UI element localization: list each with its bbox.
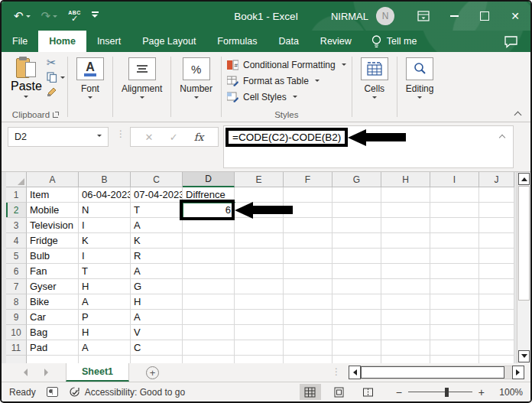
tab-home[interactable]: Home — [38, 31, 86, 52]
cell-styles-button[interactable]: Cell Styles — [227, 89, 346, 104]
font-menu-button[interactable]: A Font — [70, 55, 110, 101]
row-header-10[interactable]: 10 — [6, 325, 27, 340]
vertical-scroll-thumb[interactable] — [518, 186, 530, 301]
horizontal-scrollbar[interactable] — [349, 366, 524, 379]
normal-view-button[interactable] — [300, 384, 321, 400]
cell-H10[interactable] — [381, 325, 430, 340]
cancel-icon[interactable]: ✕ — [145, 132, 154, 143]
previous-sheet-icon[interactable] — [20, 369, 28, 376]
cell-D10[interactable] — [183, 325, 235, 340]
cell-B6[interactable]: T — [79, 264, 131, 279]
cell-H4[interactable] — [381, 233, 430, 249]
cell-D9[interactable] — [183, 310, 235, 325]
cell-E10[interactable] — [235, 325, 284, 340]
cell-J10[interactable] — [479, 325, 514, 340]
page-layout-view-button[interactable] — [329, 384, 350, 400]
row-header-1[interactable]: 1 — [6, 187, 27, 203]
row-header-9[interactable]: 9 — [6, 310, 27, 325]
alignment-menu-button[interactable]: Alignment — [115, 55, 168, 101]
cell-I2[interactable] — [430, 203, 479, 218]
cell-J9[interactable] — [479, 310, 514, 325]
row-header-3[interactable]: 3 — [6, 218, 27, 233]
cell-C2[interactable]: T — [131, 203, 183, 218]
scroll-down-icon[interactable] — [518, 350, 530, 362]
cell-A6[interactable]: Fan — [27, 264, 79, 279]
row-header-11[interactable]: 11 — [6, 340, 27, 356]
column-header-A[interactable]: A — [27, 172, 79, 187]
cell-G11[interactable] — [332, 340, 381, 356]
cells-dropdown-icon[interactable] — [372, 96, 377, 101]
cell-A7[interactable]: Gyser — [27, 279, 79, 294]
tab-insert[interactable]: Insert — [86, 31, 131, 52]
cell-G7[interactable] — [332, 279, 381, 294]
paste-dropdown-icon[interactable] — [24, 96, 28, 100]
cell-F3[interactable] — [284, 218, 332, 233]
cell-B2[interactable]: N — [79, 203, 131, 218]
cell-H2[interactable] — [381, 203, 430, 218]
cell-A1[interactable]: Item — [27, 187, 79, 203]
column-header-B[interactable]: B — [79, 172, 131, 187]
cell-Ix[interactable] — [430, 356, 479, 363]
column-header-J[interactable]: J — [479, 172, 514, 187]
cell-H6[interactable] — [381, 264, 430, 279]
cell-J7[interactable] — [479, 279, 514, 294]
macro-record-icon[interactable] — [47, 387, 58, 397]
cell-H5[interactable] — [381, 249, 430, 264]
cell-C8[interactable]: H — [131, 294, 183, 310]
cell-B4[interactable]: K — [79, 233, 131, 249]
tab-data[interactable]: Data — [268, 31, 309, 52]
sheet-tab-sheet1[interactable]: Sheet1 — [66, 363, 129, 382]
formula-bar-splitter[interactable]: ⋮ — [116, 128, 125, 139]
name-box[interactable]: D2 — [8, 127, 109, 147]
row-header-x[interactable] — [6, 356, 27, 363]
cell-A11[interactable]: Pad — [27, 340, 79, 356]
cell-I6[interactable] — [430, 264, 479, 279]
cell-Hx[interactable] — [381, 356, 430, 363]
tab-review[interactable]: Review — [310, 31, 362, 52]
vertical-scrollbar[interactable] — [517, 172, 530, 363]
cell-G3[interactable] — [332, 218, 381, 233]
cell-I4[interactable] — [430, 233, 479, 249]
cell-G9[interactable] — [332, 310, 381, 325]
cell-G10[interactable] — [332, 325, 381, 340]
scroll-left-icon[interactable] — [349, 366, 361, 379]
cell-Dx[interactable] — [183, 356, 235, 363]
cell-E3[interactable] — [235, 218, 284, 233]
comments-button[interactable] — [491, 31, 530, 52]
cell-E7[interactable] — [235, 279, 284, 294]
scroll-up-icon[interactable] — [518, 173, 530, 185]
redo-dropdown-icon[interactable] — [53, 15, 57, 20]
cells-menu-button[interactable]: Cells — [355, 55, 394, 101]
cell-A2[interactable]: Mobile — [27, 203, 79, 218]
cell-J4[interactable] — [479, 233, 514, 249]
cell-J8[interactable] — [479, 294, 514, 310]
cell-Bx[interactable] — [79, 356, 131, 363]
cell-C5[interactable]: R — [131, 249, 183, 264]
column-header-I[interactable]: I — [430, 172, 479, 187]
cell-C7[interactable]: G — [131, 279, 183, 294]
column-header-E[interactable]: E — [235, 172, 284, 187]
new-sheet-button[interactable]: + — [146, 366, 159, 379]
zoom-out-icon[interactable]: − — [396, 386, 402, 398]
clipboard-dialog-launcher-icon[interactable] — [53, 112, 59, 118]
accessibility-status[interactable]: Accessibility: Good to go — [69, 386, 185, 398]
cell-E9[interactable] — [235, 310, 284, 325]
column-header-C[interactable]: C — [131, 172, 183, 187]
cell-E8[interactable] — [235, 294, 284, 310]
customize-qat-button[interactable] — [92, 11, 99, 21]
cell-I11[interactable] — [430, 340, 479, 356]
horizontal-scroll-track[interactable] — [361, 366, 512, 379]
cell-A3[interactable]: Television — [27, 218, 79, 233]
cell-D3[interactable] — [183, 218, 235, 233]
cell-E5[interactable] — [235, 249, 284, 264]
cell-Fx[interactable] — [284, 356, 332, 363]
user-name[interactable]: NIRMAL — [331, 11, 368, 22]
column-header-H[interactable]: H — [381, 172, 430, 187]
maximize-button[interactable] — [469, 2, 500, 31]
cell-G6[interactable] — [332, 264, 381, 279]
cell-H1[interactable] — [381, 187, 430, 203]
cell-B9[interactable]: P — [79, 310, 131, 325]
cell-I8[interactable] — [430, 294, 479, 310]
cell-J11[interactable] — [479, 340, 514, 356]
cell-A10[interactable]: Bag — [27, 325, 79, 340]
